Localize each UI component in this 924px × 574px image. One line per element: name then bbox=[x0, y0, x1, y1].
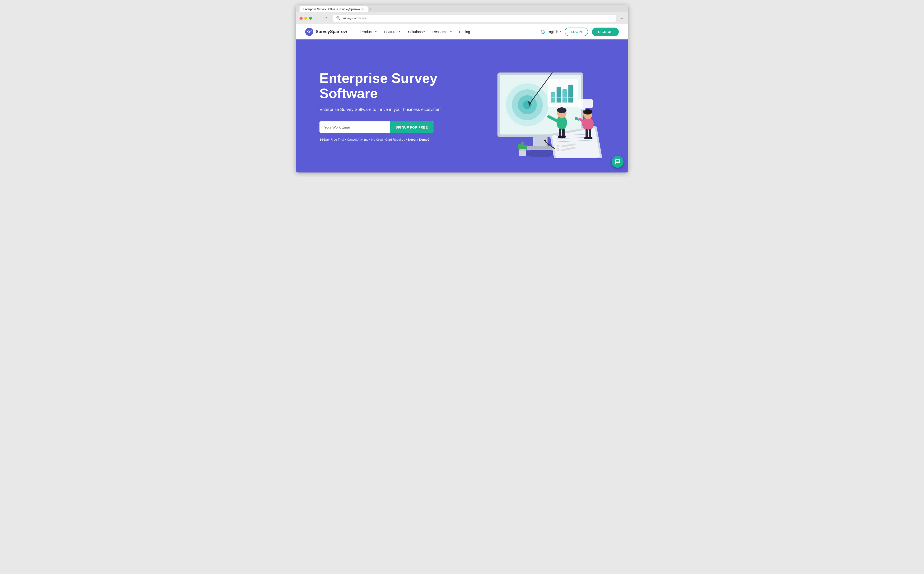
signup-button[interactable]: SIGN UP bbox=[592, 28, 619, 36]
svg-point-40 bbox=[583, 109, 592, 115]
svg-rect-12 bbox=[551, 92, 555, 103]
nav-resources[interactable]: Resources ▾ bbox=[428, 28, 455, 36]
svg-rect-14 bbox=[562, 89, 567, 103]
hero-svg bbox=[472, 54, 609, 158]
browser-menu-button[interactable]: ··· bbox=[621, 16, 625, 20]
language-label: English bbox=[546, 30, 558, 34]
browser-navigation: ‹ › ↺ bbox=[315, 16, 329, 20]
resources-chevron-icon: ▾ bbox=[450, 30, 452, 33]
back-button[interactable]: ‹ bbox=[315, 16, 318, 20]
tab-close-icon[interactable]: ✕ bbox=[362, 8, 364, 11]
browser-tab[interactable]: Enterprise Survey Software | SurveySparr… bbox=[299, 6, 368, 13]
address-bar[interactable]: 🔍 surveysparrow.com bbox=[333, 15, 616, 22]
url-text: surveysparrow.com bbox=[343, 17, 613, 20]
svg-rect-15 bbox=[568, 85, 573, 103]
free-signup-button[interactable]: SIGNUP FOR FREE bbox=[390, 121, 433, 133]
demo-link[interactable]: Need a Demo? bbox=[408, 138, 430, 141]
hero-title: Enterprise Survey Software bbox=[320, 71, 443, 101]
hero-illustration bbox=[443, 54, 609, 158]
navbar: SurveySparrow Products ▾ Features ▾ Solu… bbox=[296, 24, 628, 39]
svg-rect-35 bbox=[562, 129, 565, 137]
hero-section: Enterprise Survey Software Enterprise Su… bbox=[296, 39, 628, 172]
svg-rect-34 bbox=[559, 129, 561, 137]
svg-rect-48 bbox=[578, 99, 593, 108]
tab-title: Enterprise Survey Software | SurveySparr… bbox=[303, 8, 360, 11]
globe-icon: 🌐 bbox=[541, 30, 545, 34]
nav-links: Products ▾ Features ▾ Solutions ▾ Resour… bbox=[357, 28, 541, 36]
nav-features[interactable]: Features ▾ bbox=[380, 28, 404, 36]
features-chevron-icon: ▾ bbox=[399, 30, 400, 33]
svg-rect-28 bbox=[556, 148, 559, 151]
logo-icon bbox=[305, 28, 313, 36]
trial-text: 14-Day Free Trial bbox=[320, 138, 344, 141]
svg-point-8 bbox=[523, 101, 532, 109]
forward-button[interactable]: › bbox=[320, 16, 323, 20]
maximize-window-button[interactable] bbox=[309, 17, 312, 20]
email-input[interactable] bbox=[320, 121, 390, 133]
website-content: SurveySparrow Products ▾ Features ▾ Solu… bbox=[296, 24, 628, 172]
logo-text: SurveySparrow bbox=[316, 29, 347, 34]
svg-rect-51 bbox=[518, 144, 521, 150]
svg-rect-43 bbox=[575, 117, 578, 120]
close-window-button[interactable] bbox=[299, 17, 302, 20]
svg-point-38 bbox=[582, 117, 593, 131]
language-chevron-icon: ▾ bbox=[560, 30, 561, 33]
svg-rect-13 bbox=[557, 87, 561, 103]
svg-point-37 bbox=[561, 136, 566, 138]
login-button[interactable]: LOGIN bbox=[565, 28, 588, 36]
tab-bar: Enterprise Survey Software | SurveySparr… bbox=[296, 5, 628, 13]
chat-icon bbox=[615, 159, 620, 165]
hero-content: Enterprise Survey Software Enterprise Su… bbox=[320, 71, 443, 142]
nav-right: 🌐 English ▾ LOGIN SIGN UP bbox=[541, 28, 619, 36]
products-chevron-icon: ▾ bbox=[375, 30, 376, 33]
svg-point-47 bbox=[587, 137, 593, 139]
browser-titlebar: ‹ › ↺ 🔍 surveysparrow.com ··· bbox=[296, 13, 628, 24]
language-selector[interactable]: 🌐 English ▾ bbox=[541, 30, 561, 34]
tab-add-button[interactable]: + bbox=[370, 7, 372, 11]
logo-link[interactable]: SurveySparrow bbox=[305, 28, 347, 36]
meta-separator-1: • Cancel Anytime • No Credit Card Requir… bbox=[345, 138, 408, 141]
lock-icon: 🔍 bbox=[336, 16, 341, 20]
email-signup-form[interactable]: SIGNUP FOR FREE bbox=[320, 121, 433, 133]
svg-point-54 bbox=[519, 149, 526, 151]
svg-point-32 bbox=[557, 107, 567, 113]
solutions-chevron-icon: ▾ bbox=[423, 30, 425, 33]
hero-meta: 14-Day Free Trial • Cancel Anytime • No … bbox=[320, 138, 443, 141]
browser-window: Enterprise Survey Software | SurveySparr… bbox=[296, 5, 628, 172]
traffic-lights bbox=[299, 17, 312, 20]
nav-products[interactable]: Products ▾ bbox=[357, 28, 380, 36]
chat-widget[interactable] bbox=[612, 156, 623, 168]
nav-pricing[interactable]: Pricing bbox=[455, 28, 474, 36]
nav-solutions[interactable]: Solutions ▾ bbox=[404, 28, 428, 36]
refresh-button[interactable]: ↺ bbox=[324, 16, 329, 20]
hero-subtitle: Enterprise Survey Software to thrive in … bbox=[320, 106, 443, 113]
svg-rect-26 bbox=[556, 145, 559, 147]
minimize-window-button[interactable] bbox=[304, 17, 307, 20]
